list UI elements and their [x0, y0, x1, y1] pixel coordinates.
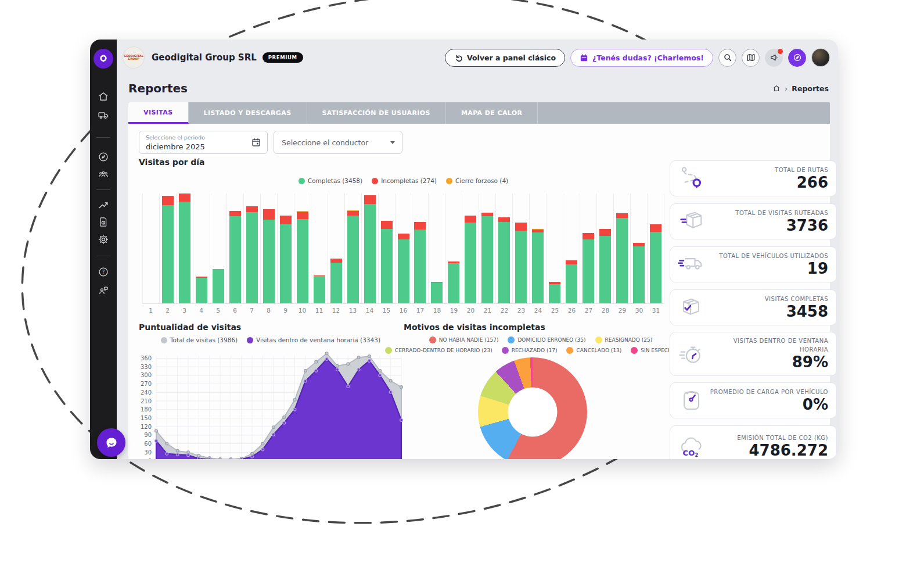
svg-text:?: ?: [102, 269, 105, 275]
sidebar-item-invoice[interactable]: $: [90, 216, 117, 228]
bar-chart-legend: Completas (3458)Incompletas (274)Cierre …: [142, 177, 664, 184]
sidebar-item-compass[interactable]: [90, 151, 117, 163]
home-icon[interactable]: [772, 84, 781, 92]
tab-visitas[interactable]: VISITAS: [128, 102, 189, 124]
gear-icon: [98, 234, 109, 245]
sidebar-item-help[interactable]: ?: [90, 266, 117, 278]
help-chat-button[interactable]: ¿Tenés dudas? ¡Charlemos!: [570, 49, 713, 67]
bar-x-tick: 14: [361, 307, 378, 314]
data-point: [347, 385, 350, 388]
legend-dot-icon: [372, 178, 378, 184]
period-field[interactable]: Seleccione el periodo diciembre 2025: [139, 131, 268, 154]
bar-segment-incompletas: [330, 259, 342, 263]
app-logo[interactable]: [94, 49, 113, 69]
top-bar: GEODIGITAL GROUP Geodigital Group SRL PR…: [117, 40, 838, 76]
data-point: [304, 370, 307, 372]
data-point: [272, 433, 275, 436]
stat-label: VISITAS COMPLETAS: [706, 295, 828, 303]
bar-segment-completas: [297, 219, 308, 303]
bar-segment-incompletas: [616, 213, 628, 218]
sidebar-divider: [96, 137, 110, 138]
bar-x-tick: 7: [243, 307, 260, 314]
tab-satisfacci-n-de-usuarios[interactable]: SATISFACCIÓN DE USUARIOS: [307, 102, 446, 124]
sidebar-item-home[interactable]: [90, 91, 117, 102]
sidebar-divider: [96, 189, 110, 190]
tab-listado-y-descargas[interactable]: LISTADO Y DESCARGAS: [189, 102, 307, 124]
bar-segment-completas: [616, 218, 628, 303]
legend-item: REASIGNADO (25): [595, 336, 653, 343]
user-avatar[interactable]: [811, 48, 830, 67]
sidebar-item-gear[interactable]: [90, 234, 117, 245]
bar-segment-incompletas: [498, 217, 510, 222]
explore-button[interactable]: [788, 49, 806, 67]
bar-x-tick: 17: [412, 307, 429, 314]
bar-day-column: [428, 194, 445, 303]
bar-x-tick: 20: [462, 307, 479, 314]
stat-label: EMISIÓN TOTAL DE CO2 (KG): [706, 434, 828, 442]
breadcrumb-current: Reportes: [792, 84, 829, 93]
bar-segment-completas: [179, 202, 190, 303]
stat-value: 0%: [706, 396, 828, 414]
data-point: [315, 370, 318, 372]
sidebar-item-team[interactable]: [90, 169, 117, 180]
bar-segment-incompletas: [347, 211, 359, 216]
legend-item: RECHAZADO (17): [502, 347, 558, 354]
y-axis-tick: 0: [148, 458, 152, 460]
bar-x-tick: 30: [631, 307, 648, 314]
sidebar-item-trend[interactable]: [90, 199, 117, 210]
company-avatar[interactable]: GEODIGITAL GROUP: [123, 46, 145, 69]
back-to-classic-button[interactable]: Volver a panel clásico: [445, 49, 565, 67]
data-point: [357, 368, 360, 371]
data-point: [304, 379, 307, 382]
bar-segment-completas: [196, 278, 207, 303]
bar-x-tick: 12: [328, 307, 344, 314]
bar-x-tick: 26: [563, 307, 580, 314]
data-point: [251, 452, 254, 455]
legend-dot-icon: [508, 336, 515, 343]
bar-segment-completas: [481, 216, 493, 303]
data-point: [357, 356, 360, 359]
chat-launcher-button[interactable]: [97, 428, 125, 457]
announcements-button[interactable]: [765, 49, 783, 67]
data-point: [283, 416, 286, 419]
driver-select[interactable]: Seleccione el conductor: [274, 131, 402, 154]
bar-x-tick: 3: [176, 307, 193, 314]
bar-segment-completas: [263, 220, 275, 303]
bar-x-tick: 9: [277, 307, 294, 314]
data-point: [261, 448, 264, 451]
donut-chart-legend-row1: NO HABIA NADIE (157)DOMICILIO ERRONEO (3…: [413, 336, 668, 343]
truck-fast-icon: [676, 250, 706, 279]
team-icon: [98, 169, 109, 180]
driver-select-placeholder: Seleccione el conductor: [282, 138, 368, 147]
bar-segment-completas: [314, 276, 325, 303]
bar-day-column: [361, 194, 378, 303]
breadcrumb-chevron-icon: ›: [785, 84, 788, 93]
bar-x-tick: 31: [648, 307, 664, 314]
tab-mapa-de-calor[interactable]: MAPA DE CALOR: [446, 102, 538, 124]
bar-segment-incompletas: [280, 216, 292, 224]
sidebar-item-support[interactable]: [90, 285, 117, 296]
bar-segment-incompletas: [583, 233, 594, 239]
bar-segment-completas: [364, 204, 376, 303]
bar-segment-incompletas: [515, 223, 527, 231]
map-button[interactable]: [742, 49, 760, 67]
main-area: GEODIGITAL GROUP Geodigital Group SRL PR…: [117, 40, 838, 459]
bar-day-column: [647, 194, 664, 303]
bar-day-column: [580, 194, 596, 303]
sidebar-item-truck[interactable]: [90, 109, 117, 121]
bar-day-column: [193, 194, 210, 303]
invoice-icon: $: [98, 216, 109, 228]
y-axis-tick: 300: [141, 372, 152, 378]
data-point: [389, 379, 392, 382]
stat-value: 266: [706, 174, 828, 192]
bar-segment-incompletas: [229, 211, 241, 216]
data-point: [272, 426, 275, 429]
bar-x-tick: 18: [429, 307, 445, 314]
bar-x-tick: 22: [496, 307, 513, 314]
search-button[interactable]: [718, 49, 736, 67]
route-pin-icon: [676, 164, 706, 193]
bar-day-column: [613, 194, 630, 303]
bar-day-column: [529, 194, 546, 303]
bar-day-column: [479, 194, 495, 303]
bar-x-tick: 1: [142, 307, 159, 314]
